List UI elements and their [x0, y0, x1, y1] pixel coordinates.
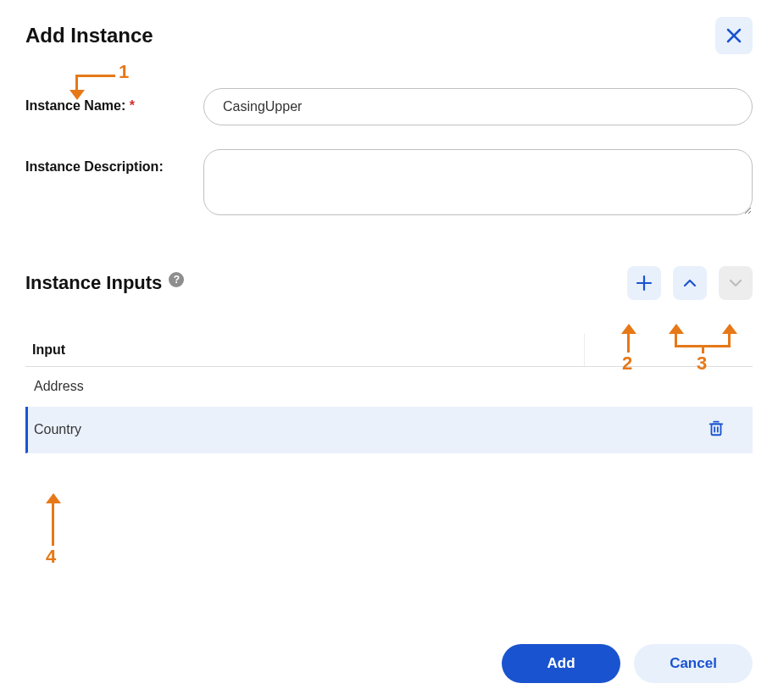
svg-marker-13 [46, 493, 61, 503]
instance-desc-input[interactable] [203, 149, 753, 215]
move-up-button[interactable] [673, 266, 707, 300]
chevron-up-icon [683, 276, 697, 290]
add-button[interactable]: Add [502, 644, 620, 683]
delete-input-button[interactable] [707, 419, 725, 441]
close-button[interactable] [715, 17, 753, 54]
annotation-number-1: 1 [119, 61, 129, 83]
help-icon[interactable]: ? [169, 272, 184, 287]
inputs-section-title: Instance Inputs [25, 272, 162, 294]
annotation-number-4: 4 [46, 546, 56, 568]
plus-icon [636, 275, 653, 292]
svg-marker-10 [621, 324, 636, 334]
instance-name-input[interactable] [203, 88, 753, 125]
input-row-label: Country [34, 422, 81, 437]
instance-desc-label: Instance Description: [25, 149, 203, 175]
svg-marker-12 [722, 324, 737, 334]
svg-marker-11 [669, 324, 684, 334]
move-down-button[interactable] [719, 266, 753, 300]
svg-rect-4 [712, 424, 721, 435]
input-row[interactable]: Address [25, 367, 753, 407]
cancel-button[interactable]: Cancel [634, 644, 753, 683]
input-row-label: Address [34, 379, 84, 394]
input-row[interactable]: Country [25, 407, 753, 453]
add-input-button[interactable] [627, 266, 661, 300]
chevron-down-icon [729, 276, 742, 290]
trash-icon [707, 419, 725, 437]
dialog-title: Add Instance [25, 24, 153, 47]
close-icon [725, 27, 742, 44]
inputs-column-header: Input [25, 334, 753, 367]
instance-name-label: Instance Name: * [25, 88, 203, 114]
